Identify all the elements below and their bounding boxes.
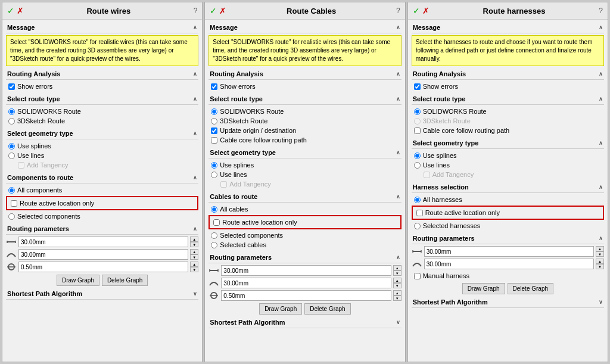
selected-components-cables-radio[interactable]: [211, 232, 217, 239]
selected-components-radio[interactable]: [8, 213, 15, 220]
harnesses-param-up-2[interactable]: ▲: [596, 259, 604, 264]
show-errors-checkbox[interactable]: [8, 83, 15, 90]
cables-cable-core-checkbox[interactable]: [211, 137, 217, 144]
harnesses-use-splines-radio[interactable]: [414, 153, 421, 159]
cables-3dsketch-route-radio[interactable]: [211, 118, 217, 125]
cables-route-active-highlight-box: Route active location only: [208, 215, 401, 229]
harnesses-3dsketch-route-row: 3DSketch Route: [412, 116, 604, 126]
cables-param-up-3[interactable]: ▲: [393, 290, 402, 295]
cables-solidworks-route-radio[interactable]: [211, 108, 217, 115]
harness-selection-chevron[interactable]: ∧: [599, 184, 603, 190]
cables-routing-analysis-chevron[interactable]: ∧: [396, 71, 400, 77]
selected-harnesses-radio[interactable]: [414, 223, 421, 229]
harnesses-3dsketch-route-radio[interactable]: [414, 118, 421, 125]
cables-use-splines-radio[interactable]: [211, 162, 217, 169]
cables-message-chevron[interactable]: ∧: [396, 24, 400, 30]
cables-to-route-chevron[interactable]: ∧: [396, 194, 400, 200]
harnesses-show-errors-checkbox[interactable]: [414, 83, 421, 90]
harnesses-route-active-location-checkbox[interactable]: [416, 210, 423, 216]
harnesses-param-up-1[interactable]: ▲: [596, 246, 604, 251]
cables-param-input-1[interactable]: [221, 265, 391, 276]
cables-param-up-2[interactable]: ▲: [393, 278, 402, 283]
cables-update-origin-row: Update origin / destination: [208, 126, 401, 135]
param-up-3[interactable]: ▲: [190, 262, 198, 267]
harnesses-message-chevron[interactable]: ∧: [599, 24, 603, 30]
confirm-icon[interactable]: ✓: [7, 6, 14, 15]
cables-delete-graph-button[interactable]: Delete Graph: [304, 303, 350, 315]
all-harnesses-radio[interactable]: [414, 197, 421, 203]
cancel-icon[interactable]: ✗: [17, 6, 24, 15]
harnesses-cable-core-checkbox[interactable]: [414, 127, 421, 134]
cables-param-down-1[interactable]: ▼: [393, 270, 402, 276]
param-down-3[interactable]: ▼: [190, 267, 198, 272]
draw-graph-button[interactable]: Draw Graph: [57, 275, 99, 286]
message-chevron[interactable]: ∧: [193, 24, 197, 30]
harnesses-param-down-1[interactable]: ▼: [596, 251, 604, 257]
use-splines-radio[interactable]: [8, 143, 15, 150]
cables-show-errors-checkbox[interactable]: [211, 83, 217, 90]
cables-param-input-2[interactable]: [221, 278, 391, 288]
harnesses-geometry-chevron[interactable]: ∧: [599, 140, 603, 146]
cables-help-icon[interactable]: ?: [396, 7, 400, 15]
harnesses-cancel-icon[interactable]: ✗: [422, 6, 430, 15]
cables-param-down-2[interactable]: ▼: [393, 283, 402, 288]
cables-shortest-path-chevron[interactable]: ∨: [396, 319, 400, 325]
harnesses-wire-param-icon: [412, 247, 422, 256]
cables-draw-graph-button[interactable]: Draw Graph: [259, 303, 302, 315]
cables-param-down-3[interactable]: ▼: [393, 295, 402, 301]
routing-analysis-chevron[interactable]: ∧: [193, 71, 197, 77]
harnesses-routing-analysis-chevron[interactable]: ∧: [599, 71, 603, 77]
delete-graph-button[interactable]: Delete Graph: [102, 275, 148, 286]
harnesses-delete-graph-button[interactable]: Delete Graph: [508, 283, 553, 294]
all-components-radio[interactable]: [8, 187, 15, 194]
param-up-2[interactable]: ▲: [190, 249, 198, 254]
routing-params-label: Routing parameters: [7, 225, 69, 232]
use-lines-radio[interactable]: [8, 153, 15, 159]
param-up-1[interactable]: ▲: [190, 237, 198, 242]
cables-route-active-location-checkbox[interactable]: [213, 219, 220, 226]
cables-confirm-icon[interactable]: ✓: [210, 6, 217, 15]
param-down-1[interactable]: ▼: [190, 242, 198, 247]
add-tangency-checkbox[interactable]: [18, 162, 24, 169]
harnesses-params-chevron[interactable]: ∧: [599, 235, 603, 241]
harnesses-param-input-1[interactable]: [424, 246, 594, 257]
param-input-3[interactable]: [18, 262, 188, 272]
3dsketch-route-radio[interactable]: [8, 118, 15, 125]
cables-use-lines-radio[interactable]: [211, 172, 217, 178]
harnesses-solidworks-route-radio[interactable]: [414, 108, 421, 115]
selected-cables-radio[interactable]: [211, 242, 217, 248]
harnesses-draw-graph-button[interactable]: Draw Graph: [462, 283, 505, 294]
manual-harness-checkbox[interactable]: [414, 273, 421, 279]
harnesses-param-down-2[interactable]: ▼: [596, 264, 604, 269]
help-icon[interactable]: ?: [194, 7, 198, 15]
harnesses-use-lines-radio[interactable]: [414, 162, 421, 169]
params-chevron[interactable]: ∧: [193, 226, 197, 232]
harnesses-param-input-2[interactable]: [424, 259, 594, 269]
param-input-1[interactable]: [18, 237, 188, 247]
cables-geometry-chevron[interactable]: ∧: [396, 150, 400, 155]
route-type-chevron[interactable]: ∧: [193, 96, 197, 102]
cables-use-lines-label: Use lines: [220, 171, 247, 178]
harnesses-shortest-path-chevron[interactable]: ∨: [599, 299, 603, 305]
param-down-2[interactable]: ▼: [190, 254, 198, 260]
harnesses-add-tangency-checkbox[interactable]: [424, 172, 430, 178]
cables-param-up-1[interactable]: ▲: [393, 265, 402, 270]
solidworks-route-radio[interactable]: [8, 108, 15, 115]
param-input-2[interactable]: [18, 249, 188, 260]
cables-cancel-icon[interactable]: ✗: [219, 6, 226, 15]
cables-params-chevron[interactable]: ∧: [396, 254, 400, 260]
cables-update-origin-checkbox[interactable]: [211, 127, 217, 134]
harnesses-route-type-chevron[interactable]: ∧: [599, 96, 603, 102]
harnesses-confirm-icon[interactable]: ✓: [413, 6, 420, 15]
shortest-path-chevron[interactable]: ∨: [193, 291, 197, 297]
cables-param-input-3[interactable]: [221, 290, 391, 301]
all-cables-radio[interactable]: [211, 206, 217, 213]
harnesses-message-label: Message: [413, 24, 440, 31]
cables-route-type-chevron[interactable]: ∧: [396, 96, 400, 102]
route-active-location-checkbox[interactable]: [11, 200, 17, 207]
harnesses-help-icon[interactable]: ?: [599, 7, 603, 15]
selected-components-label: Selected components: [17, 213, 80, 220]
components-chevron[interactable]: ∧: [193, 175, 197, 181]
geometry-chevron[interactable]: ∧: [193, 130, 197, 136]
cables-add-tangency-checkbox[interactable]: [220, 181, 227, 188]
